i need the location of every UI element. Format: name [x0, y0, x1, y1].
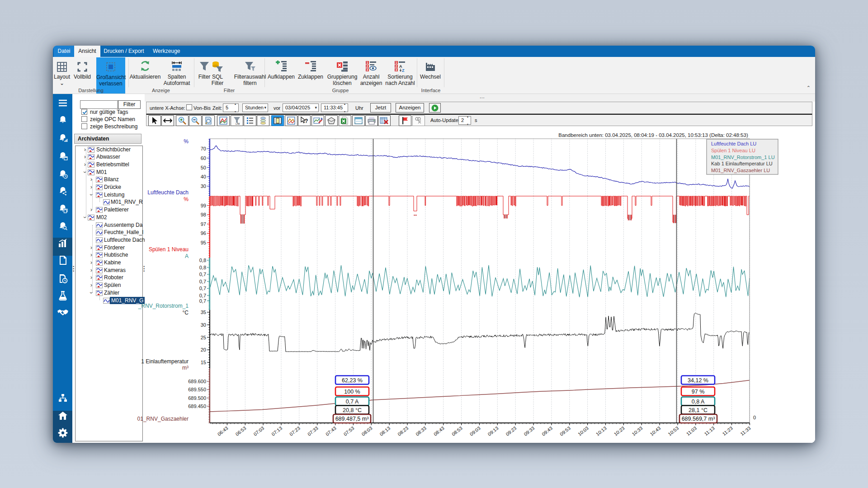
svg-text:07:33: 07:33 — [307, 425, 319, 437]
svg-text:20: 20 — [201, 347, 206, 352]
svg-text:50: 50 — [201, 165, 206, 170]
svg-text:M01_RNV_Gaszaehler LU: M01_RNV_Gaszaehler LU — [711, 168, 770, 173]
svg-text:09:23: 09:23 — [505, 425, 517, 437]
svg-text:08:03: 08:03 — [360, 425, 373, 437]
svg-text:11:23: 11:23 — [721, 425, 734, 436]
svg-text:3: 3 — [367, 68, 368, 71]
svg-text:0,7: 0,7 — [199, 272, 206, 277]
svg-text:1: 1 — [396, 61, 397, 64]
svg-text:06:53: 06:53 — [234, 425, 247, 437]
svg-text:%: % — [184, 196, 189, 202]
svg-text:10:03: 10:03 — [577, 425, 590, 437]
svg-text:689.450: 689.450 — [188, 404, 206, 409]
svg-text:%: % — [184, 138, 189, 145]
svg-text:Luftfeuchte Dach: Luftfeuchte Dach — [147, 189, 189, 196]
svg-text:08:33: 08:33 — [415, 425, 427, 437]
svg-text:0,7: 0,7 — [199, 286, 206, 291]
svg-text:08:53: 08:53 — [451, 425, 463, 437]
svg-text:09:13: 09:13 — [486, 425, 499, 437]
svg-text:97: 97 — [201, 221, 206, 227]
svg-text:689.569,7 m³: 689.569,7 m³ — [682, 416, 715, 422]
svg-text:09:03: 09:03 — [469, 425, 481, 437]
svg-text:100 %: 100 % — [344, 389, 360, 395]
svg-text:15: 15 — [201, 360, 206, 365]
svg-text:07:23: 07:23 — [288, 425, 301, 437]
svg-text:10:43: 10:43 — [649, 425, 661, 437]
svg-text:3: 3 — [396, 68, 397, 71]
svg-text:06:43: 06:43 — [217, 425, 229, 437]
svg-text:m³: m³ — [182, 365, 189, 371]
svg-text:25: 25 — [201, 335, 206, 340]
svg-text:10:53: 10:53 — [667, 425, 679, 437]
svg-text:07:43: 07:43 — [325, 425, 337, 437]
svg-text:0,7: 0,7 — [199, 293, 206, 298]
svg-text:28,1 °C: 28,1 °C — [689, 407, 708, 413]
svg-text:?: ? — [305, 118, 308, 124]
svg-text:30: 30 — [201, 322, 206, 328]
svg-text:LAB: LAB — [236, 122, 240, 125]
svg-text:35: 35 — [201, 310, 206, 315]
svg-text:09:33: 09:33 — [523, 425, 535, 437]
svg-text:10:13: 10:13 — [595, 425, 608, 437]
svg-text:0,8: 0,8 — [199, 258, 206, 263]
svg-text:09:53: 09:53 — [559, 425, 571, 437]
svg-text:0,7: 0,7 — [199, 279, 206, 284]
svg-text:70: 70 — [201, 146, 206, 151]
svg-text:08:13: 08:13 — [378, 425, 391, 437]
svg-text:07:53: 07:53 — [343, 425, 355, 437]
svg-text:0,7: 0,7 — [199, 298, 206, 304]
svg-text:1 Einlauftemperatur: 1 Einlauftemperatur — [141, 358, 189, 365]
svg-text:689.550: 689.550 — [188, 387, 206, 392]
svg-text:_RNV_Rotorstrom_1: _RNV_Rotorstrom_1 — [138, 303, 189, 309]
svg-text:Luftfeuchte Dach LU: Luftfeuchte Dach LU — [711, 141, 756, 146]
svg-text:96: 96 — [201, 230, 206, 236]
svg-text:97 %: 97 % — [692, 389, 705, 395]
svg-text:09:43: 09:43 — [541, 425, 553, 437]
svg-text:1: 1 — [367, 61, 368, 64]
svg-text:62,23 %: 62,23 % — [342, 377, 363, 384]
svg-text:08:43: 08:43 — [433, 425, 445, 437]
svg-text:689.487,5 m³: 689.487,5 m³ — [335, 416, 369, 422]
svg-text:2: 2 — [396, 65, 397, 68]
svg-text:Spülen 1 Niveau LU: Spülen 1 Niveau LU — [711, 148, 755, 153]
svg-text:95: 95 — [201, 240, 206, 245]
svg-text:20,8 °C: 20,8 °C — [343, 407, 362, 413]
svg-text:0,8: 0,8 — [199, 265, 206, 270]
svg-text:34,12 %: 34,12 % — [688, 377, 708, 384]
svg-text:0: 0 — [753, 415, 756, 420]
svg-text:11:13: 11:13 — [703, 425, 716, 436]
svg-text:10:23: 10:23 — [613, 425, 626, 437]
svg-text:07:13: 07:13 — [270, 425, 283, 437]
svg-text:08:23: 08:23 — [396, 425, 409, 437]
svg-text:0,7 A: 0,7 A — [346, 399, 359, 405]
svg-text:30: 30 — [201, 183, 206, 189]
svg-text:2: 2 — [367, 65, 368, 68]
svg-text:A: A — [185, 253, 189, 259]
svg-text:07:03: 07:03 — [252, 425, 265, 437]
svg-text:11:33: 11:33 — [739, 425, 752, 436]
svg-text:M01_RNV_Rotorstrom_1 LU: M01_RNV_Rotorstrom_1 LU — [711, 155, 775, 160]
svg-text:0,8 A: 0,8 A — [692, 399, 705, 405]
svg-text:°C: °C — [183, 310, 189, 316]
svg-text:Spülen 1 Niveau: Spülen 1 Niveau — [149, 246, 189, 253]
svg-text:98: 98 — [201, 212, 206, 217]
svg-text:Bandbereich unten: 03.04.2025,: Bandbereich unten: 03.04.2025, 08:04:19 … — [558, 132, 748, 138]
svg-text:689.600: 689.600 — [188, 379, 206, 384]
svg-text:Z: Z — [402, 68, 405, 72]
svg-text:689.500: 689.500 — [188, 395, 206, 401]
svg-text:60: 60 — [201, 155, 206, 161]
svg-text:01_RNV_Gaszaehler: 01_RNV_Gaszaehler — [137, 416, 189, 422]
svg-text:99: 99 — [201, 203, 206, 208]
svg-text:Kab 1 Einlauftemperatur LU: Kab 1 Einlauftemperatur LU — [711, 161, 773, 166]
svg-text:10:33: 10:33 — [631, 425, 643, 437]
svg-text:40: 40 — [201, 174, 206, 179]
svg-text:11:03: 11:03 — [685, 425, 698, 436]
